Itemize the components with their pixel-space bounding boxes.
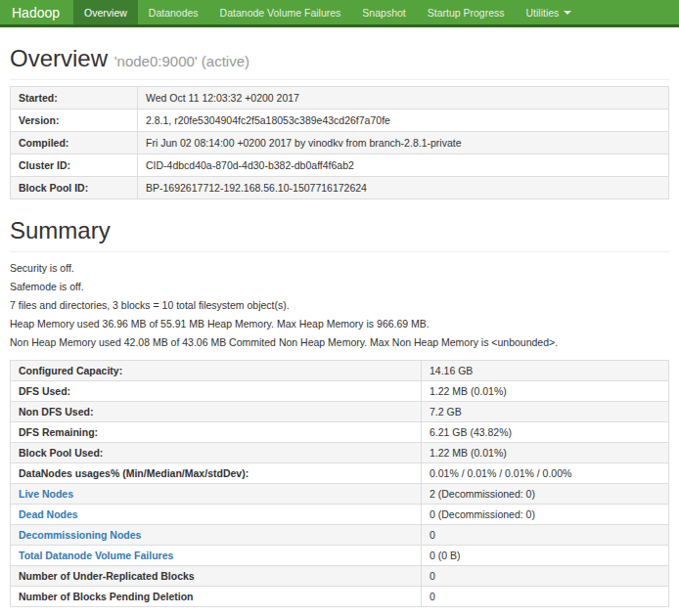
stats-label-total-datanode-volume-failures: Total Datanode Volume Failures (11, 546, 422, 566)
stats-value-non-dfs-used: 7.2 GB (422, 402, 669, 422)
info-label-version: Version: (11, 110, 138, 132)
stats-label-configured-capacity: Configured Capacity: (11, 361, 422, 381)
summary-stats-table: Configured Capacity:14.16 GBDFS Used:1.2… (10, 360, 669, 607)
stats-value-number-of-under-replicated-blocks: 0 (422, 566, 669, 587)
table-row: Started:Wed Oct 11 12:03:32 +0200 2017 (11, 87, 669, 110)
stats-value-block-pool-used: 1.22 MB (0.01%) (422, 443, 669, 463)
navbar-menu: OverviewDatanodesDatanode Volume Failure… (73, 0, 582, 24)
namenode-address-label: 'node0:9000' (active) (114, 53, 249, 69)
info-value-started: Wed Oct 11 12:03:32 +0200 2017 (138, 87, 669, 110)
dead-nodes-link[interactable]: Dead Nodes (19, 508, 78, 520)
nav-item-utilities[interactable]: Utilities (516, 0, 583, 24)
summary-title: Summary (10, 217, 111, 243)
table-row: Live Nodes2 (Decommissioned: 0) (11, 484, 669, 505)
navbar: Hadoop OverviewDatanodesDatanode Volume … (0, 0, 679, 27)
stats-label-dfs-used: DFS Used: (11, 381, 422, 402)
table-row: Block Pool ID:BP-1692617712-192.168.56.1… (11, 177, 669, 199)
stats-label-live-nodes: Live Nodes (11, 484, 422, 505)
page-title: Overview (10, 45, 108, 71)
cluster-info-table: Started:Wed Oct 11 12:03:32 +0200 2017Ve… (10, 86, 669, 199)
stats-value-dead-nodes: 0 (Decommissioned: 0) (422, 505, 669, 525)
table-row: DFS Remaining:6.21 GB (43.82%) (11, 422, 669, 443)
stats-label-non-dfs-used: Non DFS Used: (11, 402, 422, 422)
live-nodes-link[interactable]: Live Nodes (19, 488, 73, 500)
stats-value-decommissioning-nodes: 0 (422, 525, 669, 546)
stats-label-datanodes-usages-min-median-max-stddev: DataNodes usages% (Min/Median/Max/stdDev… (11, 463, 422, 484)
stats-label-number-of-blocks-pending-deletion: Number of Blocks Pending Deletion (11, 587, 422, 607)
page-content: Overview 'node0:9000' (active) Started:W… (0, 45, 679, 607)
table-row: Version:2.8.1, r20fe5304904fc2f5a18053c3… (11, 110, 669, 132)
info-value-block-pool-id: BP-1692617712-192.168.56.10-150771617262… (138, 177, 669, 199)
nav-item-startup-progress[interactable]: Startup Progress (417, 0, 516, 24)
table-row: DFS Used:1.22 MB (0.01%) (11, 381, 669, 402)
summary-note-2: 7 files and directories, 3 blocks = 10 t… (10, 299, 669, 311)
table-row: Cluster ID:CID-4dbcd40a-870d-4d30-b382-d… (11, 154, 669, 177)
info-value-cluster-id: CID-4dbcd40a-870d-4d30-b382-db0aff4f6ab2 (138, 154, 669, 177)
stats-value-dfs-remaining: 6.21 GB (43.82%) (422, 422, 669, 443)
hadoop-brand-link[interactable]: Hadoop (0, 0, 73, 24)
stats-label-number-of-under-replicated-blocks: Number of Under-Replicated Blocks (11, 566, 422, 587)
total-datanode-volume-failures-link[interactable]: Total Datanode Volume Failures (19, 550, 173, 561)
stats-label-block-pool-used: Block Pool Used: (11, 443, 422, 463)
stats-label-decommissioning-nodes: Decommissioning Nodes (11, 525, 422, 546)
table-row: Dead Nodes0 (Decommissioned: 0) (11, 505, 669, 525)
info-label-compiled: Compiled: (11, 132, 138, 154)
info-label-started: Started: (11, 87, 138, 110)
table-row: Block Pool Used:1.22 MB (0.01%) (11, 443, 669, 463)
stats-label-dead-nodes: Dead Nodes (11, 505, 422, 525)
summary-heading: Summary (10, 217, 669, 252)
stats-value-datanodes-usages-min-median-max-stddev: 0.01% / 0.01% / 0.01% / 0.00% (422, 463, 669, 484)
nav-item-overview[interactable]: Overview (73, 0, 138, 24)
stats-label-dfs-remaining: DFS Remaining: (11, 422, 422, 443)
stats-value-number-of-blocks-pending-deletion: 0 (422, 587, 669, 607)
info-value-compiled: Fri Jun 02 08:14:00 +0200 2017 by vinodk… (138, 132, 669, 154)
table-row: Decommissioning Nodes0 (11, 525, 669, 546)
table-row: DataNodes usages% (Min/Median/Max/stdDev… (11, 463, 669, 484)
table-row: Compiled:Fri Jun 02 08:14:00 +0200 2017 … (11, 132, 669, 154)
summary-notes: Security is off.Safemode is off.7 files … (10, 262, 669, 348)
table-row: Total Datanode Volume Failures0 (0 B) (11, 546, 669, 566)
table-row: Non DFS Used:7.2 GB (11, 402, 669, 422)
info-label-cluster-id: Cluster ID: (11, 154, 138, 177)
stats-value-live-nodes: 2 (Decommissioned: 0) (422, 484, 669, 505)
table-row: Number of Under-Replicated Blocks0 (11, 566, 669, 587)
table-row: Configured Capacity:14.16 GB (11, 361, 669, 381)
caret-down-icon (564, 11, 571, 15)
nav-item-snapshot[interactable]: Snapshot (351, 0, 416, 24)
info-label-block-pool-id: Block Pool ID: (11, 177, 138, 199)
stats-value-configured-capacity: 14.16 GB (422, 361, 669, 381)
info-value-version: 2.8.1, r20fe5304904fc2f5a18053c389e43cd2… (138, 110, 669, 132)
stats-value-dfs-used: 1.22 MB (0.01%) (422, 381, 669, 402)
summary-note-1: Safemode is off. (10, 281, 669, 292)
nav-item-datanodes[interactable]: Datanodes (138, 0, 209, 24)
summary-note-3: Heap Memory used 36.96 MB of 55.91 MB He… (10, 318, 669, 330)
summary-note-0: Security is off. (10, 262, 669, 274)
table-row: Number of Blocks Pending Deletion0 (11, 587, 669, 607)
decommissioning-nodes-link[interactable]: Decommissioning Nodes (19, 529, 141, 541)
stats-value-total-datanode-volume-failures: 0 (0 B) (422, 546, 669, 566)
nav-item-datanode-volume-failures[interactable]: Datanode Volume Failures (209, 0, 352, 24)
overview-heading: Overview 'node0:9000' (active) (10, 45, 669, 80)
summary-note-4: Non Heap Memory used 42.08 MB of 43.06 M… (10, 336, 669, 348)
